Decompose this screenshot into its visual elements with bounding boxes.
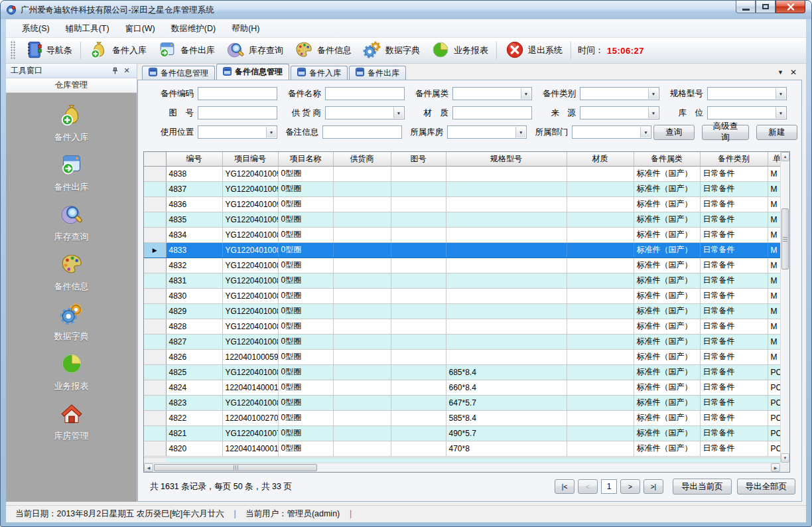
column-header[interactable]: 单位 — [768, 152, 780, 166]
next-page-button[interactable]: > — [620, 479, 640, 494]
menu-item-system[interactable]: 系统(S) — [14, 20, 58, 37]
row-indicator[interactable] — [144, 258, 166, 273]
pin-icon[interactable] — [109, 66, 120, 76]
tab-parts-info-management-1[interactable]: 备件信息管理 — [142, 66, 215, 80]
column-header[interactable]: 备件属类 — [634, 152, 700, 166]
table-row[interactable]: 4835YG122040100900型圈标准件（国产）日常备件M — [144, 212, 780, 227]
page-number-input[interactable] — [601, 479, 617, 494]
scroll-right-icon[interactable]: ▶ — [771, 463, 780, 472]
advanced-query-button[interactable]: 高级查询 — [702, 125, 750, 140]
sidebar-item-parts-outbound[interactable]: 备件出库 — [6, 152, 137, 193]
table-row[interactable]: 4828YG122040100830型圈标准件（国产）日常备件M — [144, 319, 780, 334]
sidebar-item-business-report[interactable]: 业务报表 — [6, 351, 137, 392]
table-row[interactable]: 4836YG122040100910型圈标准件（国产）日常备件M — [144, 196, 780, 212]
sidebar-group-warehouse[interactable]: 仓库管理 — [6, 78, 137, 93]
combo-arrow-icon[interactable]: ▼ — [515, 127, 525, 137]
toolbar-button-navigator[interactable]: 导航条 — [18, 39, 78, 62]
material-input[interactable] — [452, 106, 532, 119]
table-row[interactable]: 4837YG122040100920型圈标准件（国产）日常备件M — [144, 181, 780, 196]
toolbar-button-inventory-query[interactable]: 库存查询 — [220, 39, 289, 62]
row-indicator[interactable] — [144, 380, 166, 395]
row-indicator[interactable] — [144, 166, 166, 181]
combo-arrow-icon[interactable]: ▼ — [640, 127, 650, 137]
tab-parts-outbound[interactable]: 备件出库 — [349, 66, 406, 80]
supplier-select[interactable]: ▼ — [325, 106, 405, 119]
sidebar-item-parts-info[interactable]: 备件信息 — [6, 252, 137, 293]
toolbar-button-parts-info[interactable]: 备件信息 — [289, 39, 357, 62]
tab-parts-info-management-2[interactable]: 备件信息管理 — [216, 64, 289, 80]
toolbar-grip[interactable] — [11, 41, 16, 60]
table-row[interactable]: 4825YG122040100810型圈685*8.4标准件（国产）日常备件PC — [144, 364, 780, 380]
row-indicator[interactable] — [144, 319, 166, 334]
table-row[interactable]: 4827YG122040100820型圈标准件（国产）日常备件M — [144, 334, 780, 349]
maximize-button[interactable] — [756, 1, 776, 13]
tab-parts-inbound[interactable]: 备件入库 — [291, 66, 348, 80]
drawing-no-input[interactable] — [198, 106, 277, 119]
combo-arrow-icon[interactable]: ▼ — [776, 108, 785, 118]
column-header[interactable]: 材质 — [567, 152, 634, 166]
row-indicator[interactable]: ▶ — [144, 242, 166, 258]
table-row[interactable]: 482212204010027000型圈585*8.4标准件（国产）日常备件PC — [144, 410, 780, 425]
column-header[interactable]: 备件类别 — [700, 152, 768, 166]
table-row[interactable]: 4831YG122040100860型圈标准件（国产）日常备件M — [144, 273, 780, 288]
menu-item-data-maintenance[interactable]: 数据维护(D) — [163, 20, 224, 37]
source-select[interactable]: ▼ — [580, 106, 659, 119]
table-row[interactable]: 482612204010005990型圈标准件（国产）日常备件M — [144, 349, 780, 364]
combo-arrow-icon[interactable]: ▼ — [266, 127, 276, 137]
toolbar-button-parts-outbound[interactable]: 备件出库 — [152, 39, 220, 62]
row-indicator[interactable] — [144, 364, 166, 380]
combo-arrow-icon[interactable]: ▼ — [776, 88, 785, 99]
row-indicator[interactable] — [144, 349, 166, 364]
combo-arrow-icon[interactable]: ▼ — [648, 108, 658, 118]
column-header[interactable]: 图号 — [391, 152, 446, 166]
spec-model-select[interactable]: ▼ — [707, 87, 787, 100]
part-category-select[interactable]: ▼ — [452, 87, 532, 100]
toolbar-button-business-report[interactable]: 业务报表 — [425, 39, 494, 62]
table-row[interactable]: 4823YG122040100800型圈647*5.7标准件（国产）日常备件PC — [144, 395, 780, 410]
export-current-page-button[interactable]: 导出当前页 — [673, 479, 732, 494]
column-header[interactable]: 编号 — [166, 152, 222, 166]
location-select[interactable]: ▼ — [707, 106, 787, 119]
minimize-button[interactable] — [736, 1, 756, 13]
horizontal-scroll-thumb[interactable] — [154, 464, 317, 471]
close-button[interactable] — [776, 1, 805, 13]
column-header[interactable]: 项目名称 — [278, 152, 333, 166]
sidebar-item-inventory-query[interactable]: 库存查询 — [6, 202, 137, 243]
table-row[interactable]: 4832YG122040100870型圈标准件（国产）日常备件M — [144, 258, 780, 273]
row-indicator[interactable] — [144, 288, 166, 303]
row-indicator[interactable] — [144, 425, 166, 441]
table-row[interactable]: ▶4833YG122040100880型圈标准件（国产）日常备件M — [144, 242, 780, 258]
toolbar-button-parts-inbound[interactable]: 备件入库 — [84, 39, 152, 62]
remark-input[interactable] — [322, 125, 402, 139]
last-page-button[interactable]: >| — [643, 479, 663, 494]
vertical-scrollbar[interactable]: ▲ ▼ — [780, 152, 789, 463]
horizontal-scrollbar[interactable]: ◀ ▶ — [144, 463, 780, 472]
table-row[interactable]: 4830YG122040100850型圈标准件（国产）日常备件M — [144, 288, 780, 303]
row-indicator[interactable] — [144, 334, 166, 349]
first-page-button[interactable]: |< — [555, 479, 575, 494]
usage-position-select[interactable]: ▼ — [198, 125, 277, 139]
table-row[interactable]: 482412204014000120型圈660*8.4标准件（国产）日常备件PC — [144, 380, 780, 395]
scroll-left-icon[interactable]: ◀ — [144, 463, 153, 472]
menu-item-help[interactable]: 帮助(H) — [224, 20, 267, 37]
row-indicator[interactable] — [144, 303, 166, 319]
sidebar-item-data-dictionary[interactable]: 数据字典 — [6, 301, 137, 342]
part-name-input[interactable] — [325, 87, 405, 100]
row-indicator[interactable] — [144, 212, 166, 227]
row-indicator[interactable] — [144, 227, 166, 242]
row-indicator[interactable] — [144, 273, 166, 288]
previous-page-button[interactable]: < — [578, 479, 598, 494]
new-button[interactable]: 新建 — [756, 125, 797, 140]
table-row[interactable]: 4821YG122040100790型圈490*5.7标准件（国产）日常备件PC — [144, 425, 780, 441]
column-header[interactable]: 供货商 — [333, 152, 391, 166]
row-indicator[interactable] — [144, 395, 166, 410]
toolbar-button-data-dictionary[interactable]: 数据字典 — [357, 39, 425, 62]
row-indicator[interactable] — [144, 441, 166, 456]
table-row[interactable]: 4829YG122040100840型圈标准件（国产）日常备件M — [144, 303, 780, 319]
table-row[interactable]: 4834YG122040100890型圈标准件（国产）日常备件M — [144, 227, 780, 242]
tab-close-icon[interactable]: ✕ — [790, 68, 797, 76]
menu-item-tools[interactable]: 辅助工具(T) — [58, 20, 117, 37]
column-header[interactable]: 项目编号 — [222, 152, 278, 166]
scroll-up-icon[interactable]: ▲ — [781, 152, 789, 161]
combo-arrow-icon[interactable]: ▼ — [393, 108, 403, 118]
